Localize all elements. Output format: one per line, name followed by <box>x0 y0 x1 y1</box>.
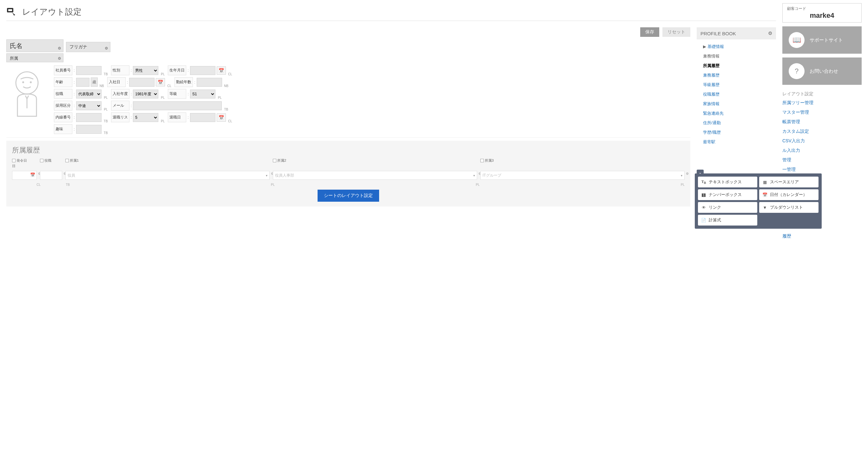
join-date-cell[interactable]: 入社日:📅CL <box>107 77 165 87</box>
sheet-layout-button[interactable]: シートのレイアウト設定 <box>317 190 379 202</box>
widget-icon: 📄 <box>701 218 706 223</box>
collapse-icon[interactable]: ⌄ <box>697 170 704 175</box>
join-year-cell[interactable]: 入社年度:1981年度PL <box>111 89 159 99</box>
profile-nav-item[interactable]: 所属履歴 <box>697 61 776 70</box>
side-link[interactable]: マスター管理 <box>782 108 862 117</box>
retire-risk-cell[interactable]: 退職リス:5PL <box>111 112 159 122</box>
widget-palette[interactable]: ⌄ TBテキストボックス▦スペースエリア1ナンバーボックス📅日付（カレンダー）👁… <box>695 173 822 229</box>
side-link[interactable]: 一管理 <box>782 165 862 174</box>
checkbox[interactable] <box>273 159 276 162</box>
checkbox[interactable] <box>12 159 16 162</box>
side-link[interactable]: 帳票管理 <box>782 117 862 127</box>
grade-select[interactable]: S1 <box>190 90 215 98</box>
avatar-placeholder <box>6 65 48 119</box>
widget-icon: TB <box>701 179 706 185</box>
gear-icon[interactable]: ⚙ <box>105 46 108 51</box>
retire-date-input[interactable] <box>190 113 215 122</box>
name-field-box[interactable]: 氏名 ⚙ <box>6 39 63 52</box>
hobby-input[interactable] <box>76 125 101 134</box>
hist-affil3-select[interactable]: ITグループ▾⚙ <box>480 171 685 180</box>
side-link[interactable]: カスタム設定 <box>782 127 862 136</box>
retire-risk-select[interactable]: 5 <box>133 113 158 122</box>
widget-ナンバーボックス[interactable]: 1ナンバーボックス <box>698 189 757 200</box>
widget-プルダウンリスト[interactable]: ▼プルダウンリスト <box>759 202 818 213</box>
hist-date-input[interactable]: 📅⚙ <box>12 171 37 180</box>
profile-nav-item[interactable]: 学歴/職歴 <box>697 128 776 137</box>
hist-affil2-select[interactable]: 役員人事部▾⚙ <box>273 171 477 180</box>
svg-point-2 <box>16 72 38 94</box>
profile-nav-item[interactable]: 役職履歴 <box>697 90 776 99</box>
hire-type-select[interactable]: 中途 <box>76 101 101 110</box>
affiliation-label: 所属 <box>10 56 18 61</box>
gear-icon[interactable]: ⚙ <box>58 46 61 51</box>
join-date-input[interactable] <box>129 78 155 87</box>
hist-position-input[interactable]: ⚙ <box>40 171 62 180</box>
side-card-サポートサイト[interactable]: 📖サポートサイト <box>782 26 862 54</box>
side-section-title: レイアウト設定 <box>782 89 862 98</box>
gear-icon[interactable]: ⚙ <box>686 172 689 175</box>
calendar-icon[interactable]: 📅 <box>156 78 165 86</box>
email-cell[interactable]: メール:TB <box>111 101 222 111</box>
profile-nav-item[interactable]: 家族情報 <box>697 99 776 109</box>
widget-icon: 👁 <box>701 205 706 210</box>
widget-テキストボックス[interactable]: TBテキストボックス <box>698 177 757 188</box>
side-card-お問い合わせ[interactable]: ?お問い合わせ <box>782 57 862 85</box>
page-header: レイアウト設定 <box>6 3 776 21</box>
retire-date-cell[interactable]: 退職日:📅CL <box>168 112 226 122</box>
hobby-cell[interactable]: 趣味:TB <box>54 124 101 134</box>
calendar-icon[interactable]: 📅 <box>217 113 226 122</box>
calendar-icon[interactable]: 📅 <box>217 66 226 75</box>
hire-type-cell[interactable]: 採用区分:中途PL <box>54 101 101 111</box>
profile-nav-item[interactable]: 緊急連絡先 <box>697 109 776 118</box>
profile-book-header: PROFILE BOOK ⚙ <box>697 27 776 39</box>
checkbox[interactable] <box>480 159 484 162</box>
birth-cell[interactable]: 生年月日:📅CL <box>168 65 226 75</box>
side-link[interactable]: ル入出力 <box>782 146 862 155</box>
profile-nav-item[interactable]: ▶基礎情報 <box>697 42 776 52</box>
ext-cell[interactable]: 内線番号:TB <box>54 112 101 122</box>
tenure-input[interactable] <box>197 78 222 87</box>
profile-nav-item[interactable]: 最寄駅 <box>697 137 776 147</box>
widget-icon: 1 <box>701 193 706 197</box>
emp-no-cell[interactable]: 社員番号:TB <box>54 65 101 75</box>
emp-no-input[interactable] <box>76 66 101 75</box>
kana-field-box[interactable]: フリガナ ⚙ <box>66 42 111 52</box>
side-link[interactable]: 所属ツリー管理 <box>782 98 862 108</box>
save-button[interactable]: 保存 <box>640 27 659 37</box>
age-cell[interactable]: 年齢:歳NB <box>54 77 98 87</box>
grade-cell[interactable]: 等級:S1PL <box>168 89 215 99</box>
age-input[interactable] <box>76 78 90 87</box>
widget-リンク[interactable]: 👁リンク <box>698 202 757 213</box>
profile-nav-item[interactable]: 兼務情報 <box>697 52 776 61</box>
side-link[interactable]: 履歴 <box>782 231 862 241</box>
widget-日付（カレンダー）[interactable]: 📅日付（カレンダー） <box>759 189 818 200</box>
customer-code-box: 顧客コード marke4 <box>782 3 862 23</box>
ext-input[interactable] <box>76 113 101 122</box>
gender-cell[interactable]: 性別:男性PL <box>111 65 159 75</box>
profile-nav-item[interactable]: 兼務履歴 <box>697 70 776 80</box>
widget-icon: ▼ <box>762 205 768 210</box>
reset-button[interactable]: リセット <box>662 27 690 37</box>
widget-計算式[interactable]: 📄計算式 <box>698 215 757 226</box>
join-year-select[interactable]: 1981年度 <box>133 90 158 98</box>
profile-nav-item[interactable]: 住所/通勤 <box>697 118 776 128</box>
checkbox[interactable] <box>65 159 69 162</box>
profile-nav-item[interactable]: 等級履歴 <box>697 80 776 90</box>
question-icon: ? <box>789 63 805 79</box>
gender-select[interactable]: 男性 <box>133 66 158 75</box>
triangle-icon: ▶ <box>703 44 706 49</box>
birth-input[interactable] <box>190 66 215 75</box>
gear-icon[interactable]: ⚙ <box>58 56 61 61</box>
tenure-cell[interactable]: 勤続年数:NB <box>175 77 222 87</box>
position-select[interactable]: 代表取締 <box>76 90 101 98</box>
side-link[interactable]: 管理 <box>782 155 862 165</box>
kana-label: フリガナ <box>69 44 87 49</box>
widget-スペースエリア[interactable]: ▦スペースエリア <box>759 177 818 188</box>
affiliation-field-box[interactable]: 所属 ⚙ <box>6 53 63 62</box>
side-link[interactable]: CSV入出力 <box>782 136 862 146</box>
email-input[interactable] <box>133 101 222 110</box>
hist-affil1-select[interactable]: 役員▾⚙ <box>65 171 270 180</box>
gear-icon[interactable]: ⚙ <box>768 30 772 36</box>
checkbox[interactable] <box>40 159 43 162</box>
position-cell[interactable]: 役職:代表取締PL <box>54 89 101 99</box>
